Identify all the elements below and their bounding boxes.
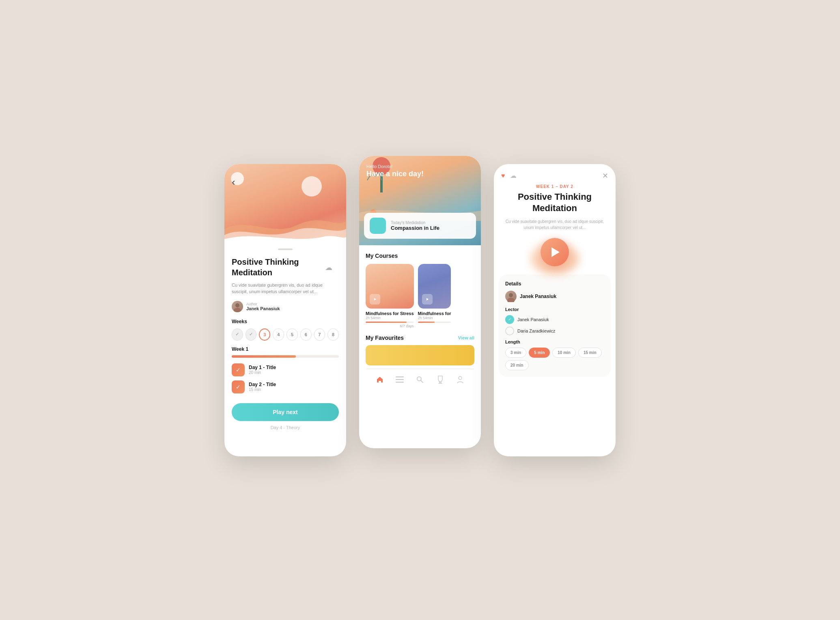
week-chip-3[interactable]: 3	[259, 328, 270, 341]
week-chip-7[interactable]: 7	[314, 328, 325, 341]
p2-nav-profile-icon[interactable]	[454, 374, 466, 385]
p2-my-courses-title: My Courses	[366, 253, 474, 259]
p2-course2-play-icon[interactable]	[422, 294, 433, 305]
p1-day2-text: Day 2 - Title 15 min	[249, 382, 276, 392]
p1-author-row: Author Janek Panasiuk	[232, 301, 339, 312]
p3-lector2-item: Daria Zaradkiewicz	[505, 326, 604, 335]
p2-favourites-row: My Favourites View all	[366, 335, 474, 341]
p1-day2-name: Day 2 - Title	[249, 382, 276, 387]
p3-cloud-icon[interactable]: ☁	[510, 172, 517, 179]
p3-play-button[interactable]	[541, 238, 569, 266]
p2-today-card[interactable]: Today's Medidation Compassion in Life	[364, 213, 476, 239]
p3-week-tag: WEEK 1 – DAY 2	[494, 184, 616, 189]
svg-rect-9	[396, 376, 404, 378]
week-chip-4[interactable]: 4	[273, 328, 284, 341]
week-chip-2[interactable]: ✓	[246, 328, 257, 341]
p2-nav-menu-icon[interactable]	[394, 374, 405, 385]
p3-close-button[interactable]: ✕	[602, 171, 608, 180]
p2-course-card-2[interactable]	[418, 264, 451, 309]
p3-length-5min[interactable]: 5 min	[529, 348, 550, 358]
p1-day1-duration: 20 min	[249, 370, 276, 375]
p2-favourites-title: My Favourites	[366, 335, 404, 341]
p3-lector2-radio[interactable]	[505, 326, 514, 335]
p1-weeks-label: Weeks	[232, 319, 339, 324]
p2-courses-row: Mindfulness for Stress 2h 54min 6/7 days	[366, 264, 474, 328]
phone-1: Positive Thinking Meditation ☁ Cu vide s…	[224, 164, 346, 456]
p1-description: Cu vide suavitate gubergren vis, duo ad …	[232, 282, 339, 295]
svg-point-17	[509, 293, 513, 297]
p2-course-1[interactable]: Mindfulness for Stress 2h 54min 6/7 days	[366, 264, 414, 328]
svg-point-18	[507, 298, 515, 302]
p1-back-button[interactable]	[231, 172, 244, 185]
week-chip-1[interactable]: ✓	[232, 328, 243, 341]
p3-length-label: Length	[505, 339, 604, 344]
p2-course1-info: Mindfulness for Stress 2h 54min 6/7 days	[366, 309, 414, 328]
p2-course1-progress	[366, 322, 414, 323]
p3-author-name: Janek Panasiuk	[520, 294, 556, 299]
p3-lector2-name: Daria Zaradkiewicz	[517, 328, 556, 333]
p2-greeting: Hello Dorota! Have a nice day!	[366, 164, 424, 178]
p2-body: My Courses Mindfulness for Stress 2h 54m…	[359, 245, 481, 399]
p1-next-day: Day 4 - Theory	[232, 425, 339, 430]
p2-nice-day-text: Have a nice day!	[366, 170, 424, 178]
screens-container: Positive Thinking Meditation ☁ Cu vide s…	[224, 164, 616, 456]
p3-author-avatar	[505, 291, 517, 302]
p3-lector1-name: Janek Panasiuk	[517, 317, 549, 322]
p1-author-label: Author	[246, 302, 280, 306]
p1-day2-item: ✓ Day 2 - Title 15 min	[232, 380, 339, 393]
p3-lector1-radio[interactable]: ✓	[505, 315, 514, 324]
p3-lector1-item: ✓ Janek Panasiuk	[505, 315, 604, 324]
p2-course1-duration: 2h 54min	[366, 316, 414, 320]
p3-description: Cu vide suavitate gubergren vis, duo ad …	[494, 218, 616, 231]
svg-rect-14	[439, 382, 441, 383]
svg-point-16	[459, 376, 462, 380]
p3-author-row: Janek Panasiuk	[505, 291, 604, 302]
phone-3: ♥ ☁ ✕ WEEK 1 – DAY 2 Positive Thinking M…	[494, 164, 616, 456]
p3-lector-label: Lector	[505, 307, 604, 312]
week-chip-5[interactable]: 5	[286, 328, 298, 341]
p3-length-20min[interactable]: 20 min	[505, 360, 529, 370]
p3-length-15min[interactable]: 15 min	[578, 348, 602, 358]
p2-nav-trophy-icon[interactable]	[435, 374, 446, 385]
p2-nav-search-icon[interactable]	[414, 374, 426, 385]
p3-play-section	[494, 238, 616, 266]
p2-course2-name: Mindfulness for	[418, 311, 451, 316]
p1-week1-label: Week 1	[232, 346, 339, 352]
p1-title: Positive Thinking Meditation	[232, 257, 339, 278]
week-chip-6[interactable]: 6	[300, 328, 312, 341]
p2-header-illustration: Hello Dorota! Have a nice day! Today's M…	[359, 156, 481, 245]
p3-title: Positive Thinking Meditation	[494, 191, 616, 214]
p1-day1-name: Day 1 - Title	[249, 365, 276, 370]
p2-bottom-nav	[366, 369, 474, 392]
p2-course1-name: Mindfulness for Stress	[366, 311, 414, 316]
p3-top-bar: ♥ ☁ ✕	[494, 164, 616, 184]
p1-progress-fill	[232, 355, 296, 358]
svg-rect-11	[396, 382, 404, 383]
p1-play-next-button[interactable]: Play next	[232, 403, 339, 421]
week-chip-8[interactable]: 8	[327, 328, 339, 341]
p1-day1-text: Day 1 - Title 20 min	[249, 365, 276, 375]
p2-course-2[interactable]: Mindfulness for 2h 54min	[418, 264, 451, 328]
p2-course2-info: Mindfulness for 2h 54min	[418, 309, 451, 323]
p2-nav-home-icon[interactable]	[374, 374, 386, 385]
p1-day2-duration: 15 min	[249, 387, 276, 392]
svg-marker-8	[426, 298, 429, 300]
p1-drag-handle	[278, 248, 293, 250]
p2-course-card-1[interactable]	[366, 264, 414, 309]
p1-author-avatar	[232, 301, 243, 312]
p2-today-name: Compassion in Life	[391, 225, 439, 231]
p1-progress-bar	[232, 355, 339, 358]
p1-day1-item: ✓ Day 1 - Title 20 min	[232, 363, 339, 376]
p3-heart-icon[interactable]: ♥	[501, 172, 505, 179]
p1-cloud-icon: ☁	[325, 263, 332, 272]
p1-header-illustration	[224, 164, 346, 245]
p2-today-play-button[interactable]	[370, 218, 386, 234]
p1-body: Positive Thinking Meditation ☁ Cu vide s…	[224, 245, 346, 438]
p2-course1-fill	[366, 322, 407, 323]
p2-course1-play-icon[interactable]	[370, 294, 380, 305]
p2-course1-days: 6/7 days	[366, 324, 414, 328]
p3-length-3min[interactable]: 3 min	[505, 348, 526, 358]
p2-view-all-button[interactable]: View all	[458, 335, 474, 340]
p3-length-10min[interactable]: 10 min	[552, 348, 576, 358]
svg-rect-15	[438, 383, 442, 384]
